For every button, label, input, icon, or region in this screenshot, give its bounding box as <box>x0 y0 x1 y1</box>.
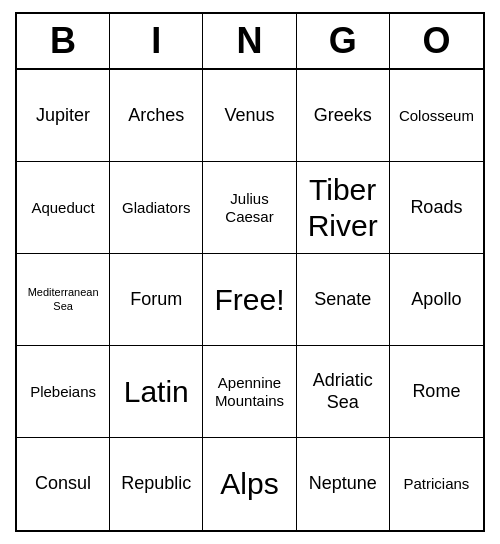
bingo-cell-text-4-0: Consul <box>35 473 91 495</box>
bingo-cell-1-4[interactable]: Roads <box>390 162 483 254</box>
bingo-cell-text-4-1: Republic <box>121 473 191 495</box>
bingo-header: BINGO <box>17 14 483 70</box>
bingo-cell-2-0[interactable]: Mediterranean Sea <box>17 254 110 346</box>
header-letter-n: N <box>203 14 296 68</box>
bingo-cell-text-3-1: Latin <box>124 374 189 410</box>
bingo-cell-3-0[interactable]: Plebeians <box>17 346 110 438</box>
header-letter-o: O <box>390 14 483 68</box>
bingo-cell-text-0-4: Colosseum <box>399 107 474 125</box>
bingo-cell-text-1-4: Roads <box>410 197 462 219</box>
bingo-cell-text-4-4: Patricians <box>403 475 469 493</box>
bingo-cell-1-2[interactable]: Julius Caesar <box>203 162 296 254</box>
bingo-cell-4-4[interactable]: Patricians <box>390 438 483 530</box>
bingo-cell-0-3[interactable]: Greeks <box>297 70 390 162</box>
bingo-cell-0-0[interactable]: Jupiter <box>17 70 110 162</box>
bingo-cell-0-2[interactable]: Venus <box>203 70 296 162</box>
bingo-cell-2-4[interactable]: Apollo <box>390 254 483 346</box>
bingo-cell-text-4-2: Alps <box>220 466 278 502</box>
bingo-cell-4-3[interactable]: Neptune <box>297 438 390 530</box>
bingo-cell-1-1[interactable]: Gladiators <box>110 162 203 254</box>
bingo-cell-4-0[interactable]: Consul <box>17 438 110 530</box>
bingo-cell-1-0[interactable]: Aqueduct <box>17 162 110 254</box>
header-letter-g: G <box>297 14 390 68</box>
bingo-cell-text-2-0: Mediterranean Sea <box>21 286 105 312</box>
bingo-cell-text-1-0: Aqueduct <box>31 199 94 217</box>
bingo-cell-text-3-0: Plebeians <box>30 383 96 401</box>
bingo-cell-text-2-3: Senate <box>314 289 371 311</box>
bingo-cell-text-3-3: Adriatic Sea <box>301 370 385 413</box>
bingo-cell-3-1[interactable]: Latin <box>110 346 203 438</box>
bingo-cell-0-4[interactable]: Colosseum <box>390 70 483 162</box>
bingo-cell-2-1[interactable]: Forum <box>110 254 203 346</box>
bingo-cell-text-0-2: Venus <box>224 105 274 127</box>
bingo-cell-2-3[interactable]: Senate <box>297 254 390 346</box>
bingo-cell-3-4[interactable]: Rome <box>390 346 483 438</box>
bingo-card: BINGO JupiterArchesVenusGreeksColosseumA… <box>15 12 485 532</box>
bingo-grid: JupiterArchesVenusGreeksColosseumAqueduc… <box>17 70 483 530</box>
bingo-cell-3-3[interactable]: Adriatic Sea <box>297 346 390 438</box>
bingo-cell-text-0-1: Arches <box>128 105 184 127</box>
bingo-cell-4-2[interactable]: Alps <box>203 438 296 530</box>
header-letter-i: I <box>110 14 203 68</box>
bingo-cell-text-3-4: Rome <box>412 381 460 403</box>
bingo-cell-0-1[interactable]: Arches <box>110 70 203 162</box>
bingo-cell-2-2[interactable]: Free! <box>203 254 296 346</box>
bingo-cell-text-1-1: Gladiators <box>122 199 190 217</box>
bingo-cell-4-1[interactable]: Republic <box>110 438 203 530</box>
bingo-cell-text-2-4: Apollo <box>411 289 461 311</box>
bingo-cell-text-1-3: Tiber River <box>301 172 385 244</box>
bingo-cell-text-1-2: Julius Caesar <box>207 190 291 226</box>
bingo-cell-3-2[interactable]: Apennine Mountains <box>203 346 296 438</box>
header-letter-b: B <box>17 14 110 68</box>
bingo-cell-text-2-2: Free! <box>214 282 284 318</box>
bingo-cell-text-0-0: Jupiter <box>36 105 90 127</box>
bingo-cell-text-0-3: Greeks <box>314 105 372 127</box>
bingo-cell-text-4-3: Neptune <box>309 473 377 495</box>
bingo-cell-1-3[interactable]: Tiber River <box>297 162 390 254</box>
bingo-cell-text-2-1: Forum <box>130 289 182 311</box>
bingo-cell-text-3-2: Apennine Mountains <box>207 374 291 410</box>
